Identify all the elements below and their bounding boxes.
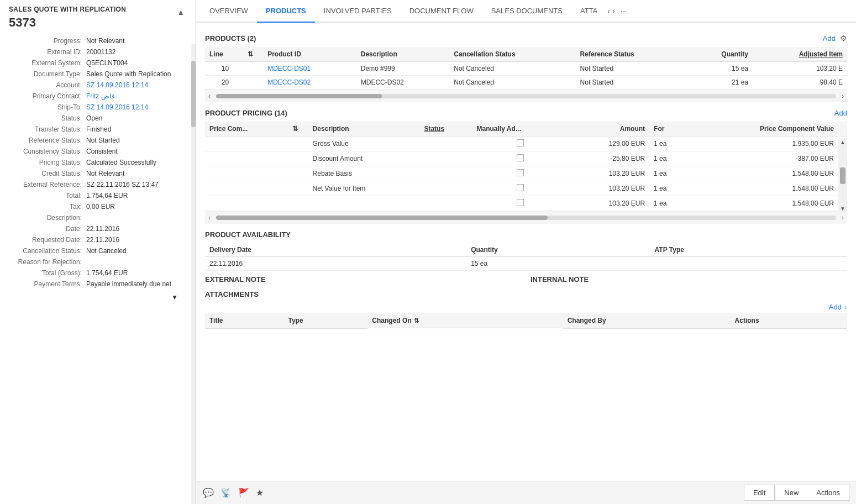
tab-products[interactable]: PRODUCTS bbox=[257, 0, 315, 23]
cell-manually[interactable] bbox=[472, 181, 568, 196]
tab-more-button[interactable]: ··· bbox=[616, 3, 631, 19]
field-label: Payment Terms: bbox=[9, 280, 86, 288]
products-add-link[interactable]: Add bbox=[823, 34, 836, 43]
col-price-sort[interactable]: ⇅ bbox=[290, 122, 308, 136]
tab-chevron-left[interactable]: ‹ bbox=[606, 4, 611, 18]
cell-for: 1 ea bbox=[649, 151, 689, 166]
pricing-vscroll-up[interactable]: ▲ bbox=[839, 138, 847, 146]
pricing-vscroll-down[interactable]: ▼ bbox=[839, 204, 847, 213]
tab-involved-parties[interactable]: INVOLVED PARTIES bbox=[315, 0, 401, 23]
cell-manually[interactable] bbox=[472, 136, 568, 151]
actions-button[interactable]: Actions bbox=[807, 485, 849, 501]
cell-amount: 103,20 EUR bbox=[568, 166, 649, 181]
manually-checkbox[interactable] bbox=[517, 184, 524, 191]
manually-checkbox[interactable] bbox=[517, 199, 524, 206]
cell-pvalue: 1.548,00 EUR bbox=[689, 166, 838, 181]
col-adjusted: Adjusted Item bbox=[753, 47, 847, 62]
attachments-title: ATTACHMENTS bbox=[205, 290, 259, 298]
sidebar-field-row: Cancellation Status:Not Canceled bbox=[0, 245, 196, 256]
sidebar-field-row: External System:Q5ECLNT004 bbox=[0, 57, 196, 69]
cell-pvalue: 1.935,00 EUR bbox=[689, 136, 838, 151]
products-gear-icon[interactable]: ⚙ bbox=[840, 34, 847, 43]
manually-checkbox[interactable] bbox=[517, 139, 524, 146]
field-label: External Reference: bbox=[9, 181, 86, 188]
feed-icon[interactable]: 📡 bbox=[220, 487, 232, 498]
products-scroll-track[interactable] bbox=[216, 94, 836, 98]
pricing-vscroll[interactable]: ▲ ▼ bbox=[838, 138, 847, 213]
pricing-title: PRODUCT PRICING (14) bbox=[205, 109, 287, 117]
tab-atta[interactable]: ATTA bbox=[571, 0, 606, 23]
sidebar-field-row: Ship-To:SZ 14.09.2016 12:14 bbox=[0, 102, 196, 113]
cell-manually[interactable] bbox=[472, 151, 568, 166]
col-title: Title bbox=[205, 313, 283, 328]
cell-pstatus bbox=[419, 151, 472, 166]
cell-manually[interactable] bbox=[472, 166, 568, 181]
pricing-scroll-right[interactable]: › bbox=[838, 213, 847, 223]
pricing-scroll-left[interactable]: ‹ bbox=[205, 213, 214, 223]
table-row: Discount Amount -25,80 EUR 1 ea -387,00 … bbox=[205, 151, 847, 166]
attachments-add-link[interactable]: Add bbox=[829, 303, 842, 311]
col-vscroll-head bbox=[838, 122, 847, 136]
products-scroll-left[interactable]: ‹ bbox=[205, 91, 214, 101]
sort-icon[interactable]: ⇅ bbox=[414, 317, 419, 324]
expand-more-row: ▼ bbox=[0, 290, 196, 305]
internal-note-title: INTERNAL NOTE bbox=[531, 275, 847, 284]
field-value[interactable]: SZ 14.09.2016 12:14 bbox=[86, 103, 187, 111]
field-value[interactable]: Fritz قاض bbox=[86, 92, 187, 100]
field-label: Document Type: bbox=[9, 70, 86, 78]
cell-product-id[interactable]: MDECC-DS02 bbox=[263, 76, 356, 90]
field-label: Reference Status: bbox=[9, 136, 86, 144]
tab-overview[interactable]: OVERVIEW bbox=[201, 0, 257, 23]
products-scroll-right[interactable]: › bbox=[838, 91, 847, 101]
cell-pcomp bbox=[205, 166, 290, 181]
bottom-bar: 💬 📡 🚩 ★ Edit New Actions bbox=[196, 481, 856, 504]
new-button[interactable]: New bbox=[775, 485, 807, 501]
external-note-title: EXTERNAL NOTE bbox=[205, 275, 522, 284]
pricing-table: Price Com... ⇅ Description Status Manual… bbox=[205, 122, 847, 211]
expand-more-btn[interactable]: ▼ bbox=[162, 291, 187, 303]
cell-pcomp bbox=[205, 151, 290, 166]
cell-pvalue: 1.548,00 EUR bbox=[689, 181, 838, 196]
col-for: For bbox=[649, 122, 689, 136]
sidebar-field-row: Total (Gross):1.754,64 EUR bbox=[0, 267, 196, 279]
field-label: Date: bbox=[9, 225, 86, 233]
col-price-comp: Price Com... bbox=[205, 122, 290, 136]
field-value: 22.11.2016 bbox=[86, 225, 187, 233]
col-line: Line bbox=[205, 47, 245, 62]
flag-icon[interactable]: 🚩 bbox=[238, 487, 249, 498]
field-value: 1.754,64 EUR bbox=[86, 192, 187, 200]
sidebar-scrollbar[interactable] bbox=[191, 44, 196, 504]
col-priceval: Price Component Value bbox=[689, 122, 838, 136]
tab-sales-documents[interactable]: SALES DOCUMENTS bbox=[482, 0, 571, 23]
tab-chevron-right[interactable]: › bbox=[611, 4, 616, 18]
manually-checkbox[interactable] bbox=[517, 169, 524, 176]
cell-manually[interactable] bbox=[472, 196, 568, 211]
cell-psort bbox=[290, 136, 308, 151]
table-row: Gross Value 129,00 EUR 1 ea 1.935,00 EUR bbox=[205, 136, 847, 151]
collapse-button[interactable]: ▲ bbox=[175, 6, 187, 19]
cell-pcomp bbox=[205, 136, 290, 151]
tab-document-flow[interactable]: DOCUMENT FLOW bbox=[401, 0, 482, 23]
products-scroll-thumb bbox=[216, 94, 382, 98]
manually-checkbox[interactable] bbox=[517, 154, 524, 161]
attachments-table: Title Type Changed On ⇅ Changed By Actio… bbox=[205, 313, 847, 329]
pricing-add-link[interactable]: Add bbox=[834, 109, 847, 117]
products-hscroll[interactable]: ‹ › bbox=[205, 90, 847, 102]
col-sort[interactable]: ⇅ bbox=[245, 47, 263, 62]
external-note-section: EXTERNAL NOTE bbox=[205, 275, 522, 286]
cell-product-id[interactable]: MDECC-DS01 bbox=[263, 62, 356, 76]
chat-icon[interactable]: 💬 bbox=[203, 487, 214, 498]
attach-add-icon[interactable]: ↓ bbox=[844, 303, 847, 311]
products-table: Line ⇅ Product ID Description Cancellati… bbox=[205, 47, 847, 90]
edit-button[interactable]: Edit bbox=[744, 485, 775, 501]
table-row: Net Value for Item 103,20 EUR 1 ea 1.548… bbox=[205, 181, 847, 196]
cell-pdesc: Gross Value bbox=[308, 136, 420, 151]
availability-section-header: PRODUCT AVAILABILITY bbox=[205, 230, 847, 239]
pricing-scroll-track[interactable] bbox=[216, 216, 836, 220]
field-value: Finished bbox=[86, 125, 187, 133]
pricing-hscroll[interactable]: ‹ › bbox=[205, 211, 847, 224]
field-label: Status: bbox=[9, 114, 86, 122]
field-value[interactable]: SZ 14.09.2016 12:14 bbox=[86, 81, 187, 89]
sidebar-field-row: Status:Open bbox=[0, 113, 196, 124]
star-icon[interactable]: ★ bbox=[256, 487, 264, 498]
